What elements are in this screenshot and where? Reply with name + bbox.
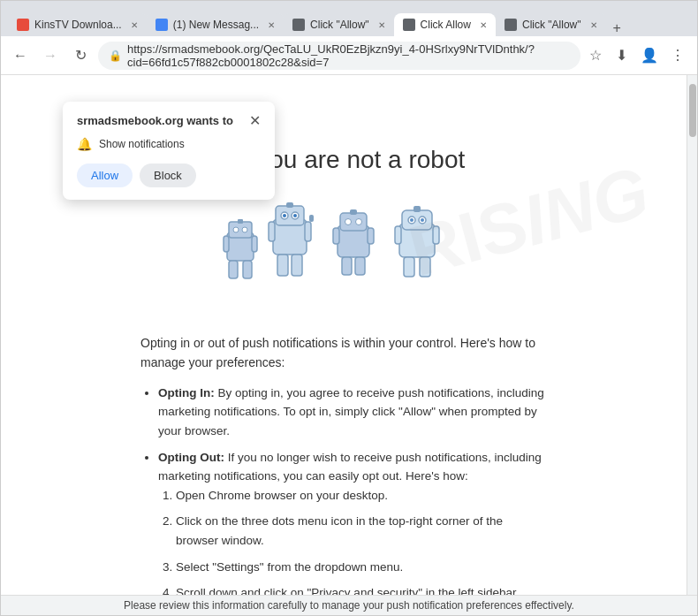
back-button[interactable]: ← bbox=[8, 43, 33, 68]
popup-close-button[interactable]: ✕ bbox=[249, 114, 261, 128]
robots-svg bbox=[202, 188, 485, 312]
svg-rect-16 bbox=[269, 222, 275, 241]
tab-click-quote[interactable]: Click "Allow" ✕ bbox=[284, 13, 394, 36]
forward-button[interactable]: → bbox=[38, 43, 63, 68]
svg-rect-15 bbox=[286, 202, 293, 208]
svg-point-2 bbox=[233, 227, 239, 232]
svg-point-23 bbox=[345, 219, 352, 225]
tab-kinstv[interactable]: KinsTV Downloa... ✕ bbox=[8, 13, 147, 36]
tab-label-kinstv: KinsTV Downloa... bbox=[34, 19, 122, 31]
tab-label-click-quote: Click "Allow" bbox=[310, 19, 369, 31]
bookmark-button[interactable]: ☆ bbox=[586, 43, 605, 67]
tab-label-click-allow: Click Allow bbox=[421, 19, 471, 31]
svg-rect-17 bbox=[305, 222, 311, 241]
opt-in-label: Opting In: bbox=[158, 386, 215, 399]
block-button[interactable]: Block bbox=[140, 164, 196, 187]
svg-point-3 bbox=[242, 227, 247, 232]
status-text: Please review this information carefully… bbox=[124, 599, 574, 612]
browser-window: KinsTV Downloa... ✕ (1) New Messag... ✕ … bbox=[0, 0, 698, 616]
robots-image bbox=[72, 188, 616, 312]
svg-rect-27 bbox=[368, 228, 374, 244]
svg-point-24 bbox=[356, 219, 362, 225]
status-bar: Please review this information carefully… bbox=[1, 595, 697, 615]
svg-rect-1 bbox=[229, 222, 252, 238]
tab-click-allow-active[interactable]: Click Allow ✕ bbox=[394, 13, 496, 36]
svg-point-34 bbox=[410, 218, 413, 222]
bell-icon: 🔔 bbox=[77, 137, 92, 151]
tab-label-click-allow-2: Click "Allow" bbox=[522, 19, 581, 31]
svg-rect-31 bbox=[402, 210, 432, 230]
svg-rect-18 bbox=[309, 215, 314, 222]
profile-button[interactable]: 👤 bbox=[637, 43, 662, 68]
svg-rect-20 bbox=[292, 255, 302, 276]
body-text: Opting in or out of push notifications i… bbox=[140, 333, 547, 595]
notification-popup: srmadsmebook.org wants to ✕ 🔔 Show notif… bbox=[63, 102, 275, 200]
step-4: Scroll down and click on "Privacy and se… bbox=[176, 583, 547, 595]
svg-rect-6 bbox=[252, 236, 257, 252]
step-1: Open Chrome browser on your desktop. bbox=[176, 486, 547, 506]
tab-close-click-allow[interactable]: ✕ bbox=[480, 20, 487, 30]
intro-paragraph: Opting in or out of push notifications i… bbox=[140, 333, 547, 373]
svg-rect-5 bbox=[224, 236, 229, 252]
address-bar[interactable]: 🔒 https://srmadsmebook.org/QecTaLU_UkR0E… bbox=[98, 42, 580, 70]
tab-favicon-clickallow bbox=[403, 19, 415, 31]
svg-rect-28 bbox=[342, 257, 352, 275]
popup-title: srmadsmebook.org wants to bbox=[77, 114, 233, 127]
svg-rect-8 bbox=[243, 261, 252, 278]
popup-header: srmadsmebook.org wants to ✕ bbox=[77, 114, 261, 128]
address-text: https://srmadsmebook.org/QecTaLU_UkR0EzB… bbox=[127, 42, 570, 69]
new-tab-button[interactable]: + bbox=[606, 20, 628, 36]
svg-rect-40 bbox=[420, 257, 430, 277]
svg-rect-4 bbox=[238, 219, 243, 224]
svg-rect-10 bbox=[276, 206, 304, 225]
toolbar-right: ☆ ⬇ 👤 ⋮ bbox=[586, 43, 690, 68]
popup-description: Show notifications bbox=[99, 138, 185, 150]
tab-favicon-msg bbox=[156, 19, 168, 31]
page-content: srmadsmebook.org wants to ✕ 🔔 Show notif… bbox=[1, 75, 687, 595]
tab-close-kinstv[interactable]: ✕ bbox=[131, 20, 138, 30]
reload-button[interactable]: ↻ bbox=[68, 43, 93, 68]
menu-button[interactable]: ⋮ bbox=[665, 43, 690, 68]
toolbar: ← → ↻ 🔒 https://srmadsmebook.org/QecTaLU… bbox=[1, 36, 697, 75]
opt-out-label: Opting Out: bbox=[158, 451, 224, 464]
opt-in-text: By opting in, you agree to receive push … bbox=[158, 386, 544, 437]
tab-close-msg[interactable]: ✕ bbox=[268, 20, 275, 30]
lock-icon: 🔒 bbox=[109, 49, 122, 62]
allow-button[interactable]: Allow bbox=[77, 164, 133, 187]
scrollbar[interactable] bbox=[687, 75, 697, 595]
step-2: Click on the three dots menu icon in the… bbox=[176, 512, 547, 550]
popup-buttons: Allow Block bbox=[77, 164, 261, 187]
svg-point-35 bbox=[421, 218, 424, 222]
svg-rect-39 bbox=[404, 257, 414, 277]
svg-rect-22 bbox=[340, 213, 367, 231]
svg-rect-26 bbox=[333, 228, 339, 244]
tab-favicon-kinstv bbox=[17, 19, 29, 31]
popup-notification-row: 🔔 Show notifications bbox=[77, 137, 261, 151]
opt-in-item: Opting In: By opting in, you agree to re… bbox=[158, 384, 547, 441]
svg-rect-37 bbox=[395, 226, 401, 244]
svg-point-14 bbox=[293, 214, 297, 217]
tab-new-message[interactable]: (1) New Messag... ✕ bbox=[147, 13, 284, 36]
tab-click-allow-2[interactable]: Click "Allow" ✕ bbox=[496, 13, 606, 36]
page-inner: srmadsmebook.org wants to ✕ 🔔 Show notif… bbox=[1, 93, 687, 595]
download-button[interactable]: ⬇ bbox=[609, 43, 634, 68]
svg-rect-36 bbox=[413, 206, 421, 212]
svg-rect-7 bbox=[229, 261, 238, 278]
tab-favicon-click-allow-2 bbox=[505, 19, 517, 31]
page-area: srmadsmebook.org wants to ✕ 🔔 Show notif… bbox=[1, 75, 697, 595]
tab-close-click-quote[interactable]: ✕ bbox=[378, 20, 385, 30]
svg-rect-25 bbox=[350, 209, 357, 215]
svg-rect-19 bbox=[277, 255, 288, 276]
tab-close-click-allow-2[interactable]: ✕ bbox=[590, 20, 597, 30]
tab-label-msg: (1) New Messag... bbox=[173, 19, 259, 31]
opt-list: Opting In: By opting in, you agree to re… bbox=[158, 384, 547, 595]
svg-rect-38 bbox=[433, 226, 439, 244]
svg-rect-29 bbox=[355, 257, 365, 275]
steps-list: Open Chrome browser on your desktop. Cli… bbox=[176, 486, 547, 595]
opt-out-item: Opting Out: If you no longer wish to rec… bbox=[158, 448, 547, 595]
step-3: Select "Settings" from the dropdown menu… bbox=[176, 558, 547, 577]
tab-bar: KinsTV Downloa... ✕ (1) New Messag... ✕ … bbox=[1, 1, 697, 36]
tab-favicon-click-quote bbox=[292, 19, 305, 31]
svg-point-13 bbox=[283, 214, 286, 217]
scrollbar-thumb[interactable] bbox=[689, 84, 696, 137]
